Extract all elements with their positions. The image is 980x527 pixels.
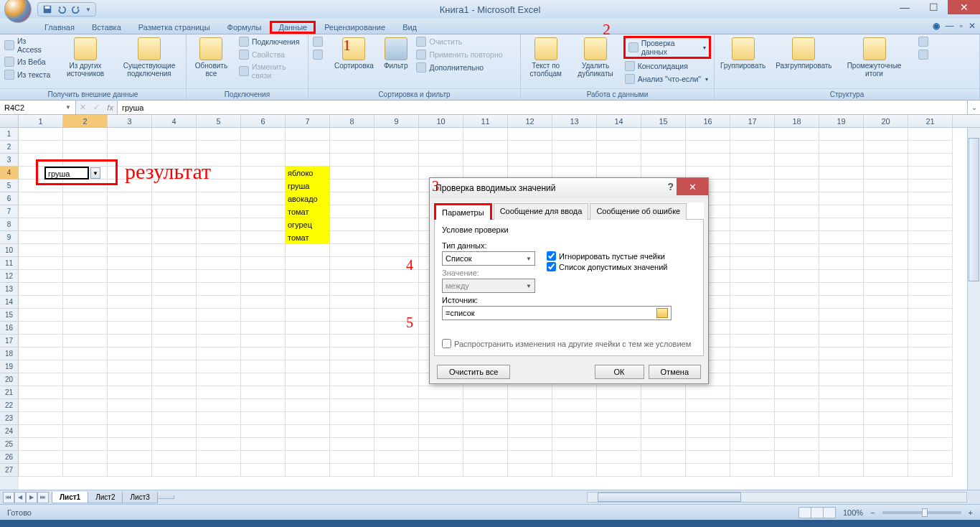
cell[interactable] (508, 412, 552, 425)
cell[interactable] (775, 167, 819, 179)
cell[interactable] (597, 128, 641, 141)
cell[interactable] (908, 141, 953, 154)
filter-button[interactable]: Фильтр (381, 36, 411, 71)
cell[interactable] (241, 360, 286, 373)
cell[interactable] (19, 360, 63, 373)
cell[interactable] (374, 412, 419, 425)
cancel-button[interactable]: Отмена (649, 365, 701, 379)
cell[interactable] (197, 438, 241, 451)
row-header[interactable]: 22 (0, 399, 19, 412)
expand-formula-bar-icon[interactable]: ⌄ (967, 101, 980, 114)
cell[interactable] (597, 425, 641, 438)
cell[interactable] (286, 244, 330, 257)
sheet-tab-2[interactable]: Лист2 (88, 492, 123, 503)
other-sources-button[interactable]: Из других источников (57, 36, 113, 79)
cell[interactable] (686, 128, 730, 141)
cell[interactable] (463, 425, 508, 438)
row-header[interactable]: 23 (0, 412, 19, 425)
cell[interactable] (552, 399, 597, 412)
cell[interactable] (819, 231, 864, 244)
cell[interactable]: яблоко (286, 167, 330, 179)
ignore-blank-checkbox[interactable]: Игнорировать пустые ячейки (547, 251, 696, 261)
cell[interactable] (730, 399, 775, 412)
cell[interactable] (374, 154, 419, 167)
cell[interactable] (241, 179, 286, 192)
from-text-button[interactable]: Из текста (3, 69, 53, 80)
cell[interactable] (775, 322, 819, 335)
cell[interactable] (197, 231, 241, 244)
cell[interactable] (597, 412, 641, 425)
column-header[interactable]: 6 (241, 115, 286, 127)
cell[interactable] (152, 335, 197, 348)
cell[interactable] (597, 141, 641, 154)
cell[interactable] (108, 192, 152, 205)
cell[interactable] (19, 438, 63, 451)
cell[interactable] (197, 348, 241, 360)
column-header[interactable]: 1 (19, 115, 63, 127)
cell[interactable] (908, 373, 953, 386)
cell[interactable] (775, 244, 819, 257)
cell[interactable] (686, 425, 730, 438)
cell[interactable] (374, 386, 419, 399)
cell[interactable] (374, 322, 419, 335)
cell[interactable] (508, 451, 552, 464)
cell[interactable] (864, 270, 908, 283)
cell[interactable] (152, 309, 197, 322)
cell[interactable] (374, 399, 419, 412)
cell[interactable] (330, 296, 374, 309)
cell[interactable] (374, 451, 419, 464)
cell[interactable] (775, 451, 819, 464)
column-header[interactable]: 18 (775, 115, 819, 127)
cell[interactable] (19, 309, 63, 322)
cell[interactable] (108, 309, 152, 322)
cell[interactable] (908, 399, 953, 412)
cell[interactable] (374, 218, 419, 231)
cell[interactable] (197, 296, 241, 309)
cell[interactable] (19, 270, 63, 283)
cell[interactable] (63, 231, 108, 244)
cell[interactable] (286, 154, 330, 167)
cell[interactable] (330, 438, 374, 451)
tab-data[interactable]: Данные (270, 21, 316, 34)
cell[interactable] (19, 257, 63, 270)
row-header[interactable]: 1 (0, 128, 19, 141)
in-cell-dropdown-checkbox[interactable]: Список допустимых значений (547, 262, 696, 271)
cell[interactable] (597, 154, 641, 167)
cell[interactable] (864, 451, 908, 464)
cell[interactable] (775, 360, 819, 373)
cell[interactable] (108, 438, 152, 451)
cell[interactable] (864, 309, 908, 322)
cell[interactable] (864, 128, 908, 141)
cell[interactable] (241, 141, 286, 154)
cell[interactable] (330, 128, 374, 141)
cell[interactable] (819, 451, 864, 464)
cell[interactable] (152, 451, 197, 464)
fx-icon[interactable]: fx (107, 103, 113, 112)
cell[interactable] (197, 412, 241, 425)
zoom-slider[interactable] (882, 511, 961, 514)
cell[interactable] (19, 386, 63, 399)
cell[interactable] (775, 296, 819, 309)
sheet-nav-prev[interactable]: ◀ (14, 492, 26, 503)
cell[interactable] (552, 141, 597, 154)
row-header[interactable]: 9 (0, 231, 19, 244)
cell[interactable] (730, 270, 775, 283)
column-header[interactable]: 19 (819, 115, 864, 127)
column-header[interactable]: 3 (108, 115, 152, 127)
cell[interactable] (286, 399, 330, 412)
cell[interactable] (241, 309, 286, 322)
cell[interactable] (864, 192, 908, 205)
row-header[interactable]: 12 (0, 270, 19, 283)
cell[interactable] (197, 399, 241, 412)
refresh-all-button[interactable]: Обновить все (189, 36, 233, 79)
text-to-columns-button[interactable]: Текст по столбцам (524, 36, 567, 79)
cell[interactable] (552, 386, 597, 399)
cell[interactable] (463, 141, 508, 154)
cell[interactable] (819, 348, 864, 360)
cell[interactable] (197, 360, 241, 373)
type-combo[interactable]: Список▼ (442, 251, 535, 266)
cell[interactable] (864, 257, 908, 270)
cell[interactable] (419, 399, 463, 412)
tab-view[interactable]: Вид (394, 21, 425, 34)
name-box[interactable]: R4C2▼ (0, 101, 76, 114)
